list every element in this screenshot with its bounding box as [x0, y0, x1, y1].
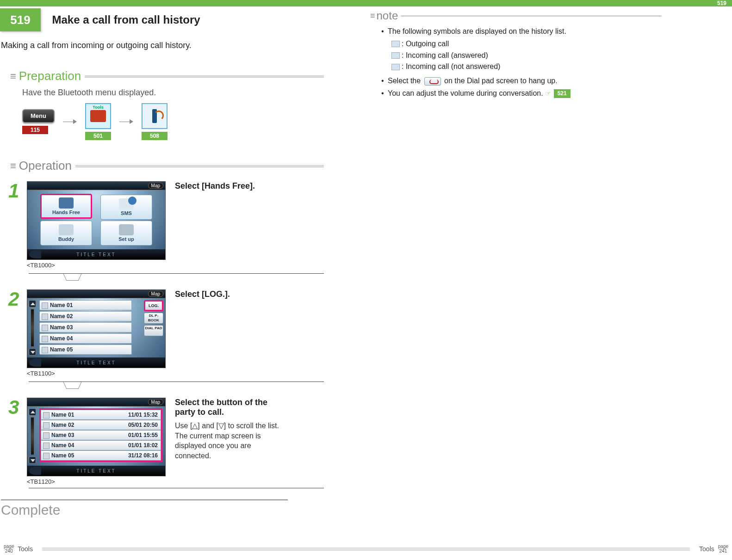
- list-item[interactable]: Name 0301/01 15:55: [41, 430, 161, 440]
- reference-hand-icon: ☞: [545, 90, 551, 97]
- list-item[interactable]: Name 05: [39, 345, 132, 355]
- screen-id: <TB1120>: [27, 478, 166, 485]
- incoming-unanswered-icon: [391, 64, 400, 70]
- map-button[interactable]: Map: [148, 291, 163, 297]
- list-item[interactable]: Name 01: [39, 300, 132, 310]
- note-heading: ≡ note: [370, 9, 662, 22]
- title-text-label: TITLE TEXT: [76, 360, 116, 365]
- step-2: 2 Map Name 01 Name 02 Name 03: [8, 289, 324, 377]
- back-icon[interactable]: [29, 250, 41, 258]
- note-item: The following symbols are displayed on t…: [381, 26, 662, 73]
- ref-badge-115: 115: [22, 126, 48, 134]
- buddy-button[interactable]: Buddy: [40, 221, 92, 246]
- arrow-icon: [119, 119, 133, 124]
- outgoing-call-icon: [391, 41, 400, 47]
- step3-title: Select the button of the party to call.: [175, 398, 286, 417]
- screen-id: <TB1000>: [27, 262, 166, 269]
- scroll-up-button[interactable]: [29, 408, 36, 416]
- dialpad-button[interactable]: DIAL PAD: [144, 325, 163, 336]
- list-item[interactable]: Name 03: [39, 322, 132, 332]
- log-button[interactable]: LOG.: [144, 300, 163, 311]
- title-text-label: TITLE TEXT: [76, 468, 116, 474]
- preparation-row: Menu 115 Tools 501 508: [22, 103, 324, 140]
- list-item[interactable]: Name 0205/01 20:50: [41, 420, 161, 430]
- footer-tools-right: Tools: [699, 545, 714, 553]
- incoming-answered-icon: [391, 52, 400, 59]
- step1-screenshot: Map Hands Free SMS Buddy Set up TITLE TE…: [27, 181, 166, 260]
- section-number-badge: 519: [0, 8, 41, 31]
- bluetooth-icon: [142, 103, 167, 129]
- step3-screenshot: Map Name 0111/01 15:32 Name 0205/01 20:5…: [27, 398, 166, 476]
- note-item: Select the on the Dial pad screen to han…: [381, 75, 662, 87]
- page-intro: Making a call from incoming or outgoing …: [1, 41, 324, 50]
- ref-badge-501: 501: [85, 132, 111, 140]
- top-page-ref: 519: [717, 0, 726, 6]
- tools-icon: Tools: [85, 103, 111, 129]
- hands-free-button[interactable]: Hands Free: [40, 194, 92, 219]
- phonebook-button[interactable]: DL P-BOOK: [144, 313, 163, 324]
- note-item: You can adjust the volume during convers…: [381, 88, 662, 99]
- footer: page240 Tools Tools page241: [0, 544, 732, 554]
- screen-id: <TB1100>: [27, 370, 166, 377]
- scrollbar[interactable]: [31, 309, 34, 347]
- preparation-text: Have the Bluetooth menu displayed.: [22, 88, 324, 98]
- step2-title: Select [LOG.].: [175, 289, 286, 299]
- step-3: 3 Map Name 0111/01 15:32 Name 0205/01 20…: [8, 398, 324, 485]
- scrollbar[interactable]: [31, 417, 34, 455]
- hangup-button-icon: [424, 77, 441, 86]
- map-button[interactable]: Map: [148, 399, 163, 405]
- operation-heading: ≡ Operation: [10, 159, 324, 173]
- step-number: 2: [8, 289, 27, 377]
- back-icon[interactable]: [29, 467, 41, 475]
- scroll-down-button[interactable]: [29, 348, 36, 356]
- step-number: 3: [8, 398, 27, 485]
- footer-tools-left: Tools: [18, 545, 33, 553]
- step-1: 1 Map Hands Free SMS Buddy Set up TITLE …: [8, 181, 324, 269]
- step-connector-icon: [65, 274, 83, 281]
- step-connector-icon: [65, 382, 83, 389]
- list-item[interactable]: Name 0401/01 18:02: [41, 440, 161, 450]
- step-number: 1: [8, 181, 27, 269]
- list-item[interactable]: Name 0111/01 15:32: [41, 410, 161, 420]
- list-item[interactable]: Name 02: [39, 311, 132, 321]
- step2-screenshot: Map Name 01 Name 02 Name 03 Name 04: [27, 289, 166, 368]
- ref-badge-521: 521: [554, 89, 571, 98]
- step3-body: Use [△] and [▽] to scroll the list. The …: [175, 421, 286, 461]
- scroll-down-button[interactable]: [29, 456, 36, 464]
- list-item[interactable]: Name 04: [39, 333, 132, 344]
- map-button[interactable]: Map: [148, 183, 163, 189]
- preparation-heading: ≡ Preparation: [10, 69, 324, 83]
- title-text-label: TITLE TEXT: [76, 252, 116, 257]
- sms-button[interactable]: SMS: [100, 195, 152, 220]
- menu-button-icon: Menu: [22, 109, 55, 123]
- list-item[interactable]: Name 0531/12 08:16: [41, 450, 161, 461]
- arrow-icon: [63, 119, 77, 124]
- scroll-up-button[interactable]: [29, 300, 36, 308]
- back-icon[interactable]: [29, 358, 41, 367]
- complete-label: Complete: [1, 499, 288, 518]
- page-title: Make a call from call history: [52, 8, 200, 31]
- step1-title: Select [Hands Free].: [175, 181, 286, 191]
- ref-badge-508: 508: [142, 132, 167, 140]
- setup-button[interactable]: Set up: [100, 221, 152, 246]
